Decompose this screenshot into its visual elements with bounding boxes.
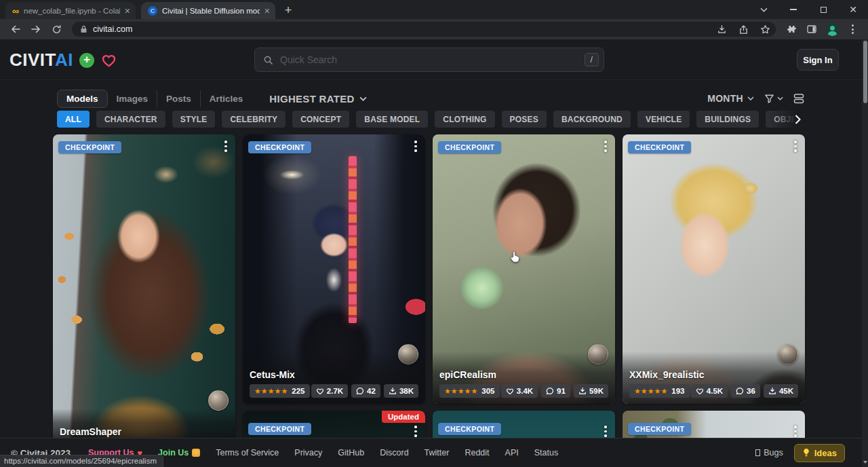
card-footer-overlay: Cetus-Mix ★★★★★225 2.7K 42 xyxy=(243,352,425,404)
bugs-link[interactable]: Bugs xyxy=(755,448,783,457)
maximize-button[interactable] xyxy=(808,0,838,19)
browser-tab-colab[interactable]: ∞ new_colab_file.ipynb - Colaborat × xyxy=(5,2,136,19)
side-panel-icon[interactable] xyxy=(803,20,821,38)
favorites-heart-icon[interactable] xyxy=(100,52,117,68)
browser-menu-kebab-icon[interactable] xyxy=(844,20,861,38)
model-card-dreamshaper[interactable]: CHECKPOINT DreamShaper xyxy=(53,134,235,443)
checkpoint-badge: CHECKPOINT xyxy=(58,141,121,153)
downloads-count: 59K xyxy=(589,387,604,395)
model-card-epicrealism[interactable]: CHECKPOINT epiCRealism ★★★★★305 3.4K xyxy=(433,134,615,404)
bookmark-star-icon[interactable] xyxy=(757,22,773,37)
ideas-button[interactable]: Ideas xyxy=(794,444,845,462)
scrollbar-thumb[interactable] xyxy=(863,41,867,103)
card-menu-kebab-icon[interactable] xyxy=(410,141,422,152)
logo-text: CIVITAI xyxy=(9,50,73,71)
category-chip-concept[interactable]: CONCEPT xyxy=(292,111,349,128)
model-title: Cetus-Mix xyxy=(250,369,418,380)
minimize-button[interactable] xyxy=(778,0,808,19)
model-stats: ★★★★★225 2.7K 42 38K xyxy=(250,384,418,398)
card-menu-kebab-icon[interactable] xyxy=(789,426,802,437)
filter-button[interactable] xyxy=(764,93,783,105)
footer-link-join-us[interactable]: Join Us xyxy=(158,448,200,457)
model-card-cetus-mix[interactable]: CHECKPOINT Cetus-Mix ★★★★★225 2.7K xyxy=(243,134,425,404)
close-window-button[interactable]: ✕ xyxy=(838,0,868,19)
forward-button[interactable] xyxy=(27,20,45,38)
address-bar[interactable]: civitai.com xyxy=(72,22,776,37)
colab-favicon-icon: ∞ xyxy=(12,6,19,16)
card-menu-kebab-icon[interactable] xyxy=(410,426,422,437)
content-type-tabs: Models Images Posts Articles xyxy=(57,90,252,108)
footer-link-api[interactable]: API xyxy=(505,448,519,457)
footer-link-privacy[interactable]: Privacy xyxy=(294,448,322,457)
category-chip-row: ALL CHARACTER STYLE CELEBRITY CONCEPT BA… xyxy=(57,111,805,128)
tab-title: Civitai | Stable Diffusion models, xyxy=(162,7,260,15)
new-tab-button[interactable]: + xyxy=(279,2,297,19)
model-card-xxmix-9realistic[interactable]: CHECKPOINT XXMix_9realistic ★★★★★193 4.5… xyxy=(623,134,805,404)
tab-images[interactable]: Images xyxy=(108,90,157,107)
category-chip-celebrity[interactable]: CELEBRITY xyxy=(222,111,285,128)
sign-in-button[interactable]: Sign In xyxy=(797,49,839,71)
page-scrollbar[interactable] xyxy=(862,39,868,467)
tab-articles[interactable]: Articles xyxy=(200,90,252,107)
category-chip-style[interactable]: STYLE xyxy=(172,111,216,128)
back-button[interactable] xyxy=(7,20,24,38)
footer-link-terms[interactable]: Terms of Service xyxy=(216,448,279,457)
footer-link-status[interactable]: Status xyxy=(534,448,558,457)
chevron-down-icon xyxy=(359,96,367,101)
share-icon[interactable] xyxy=(735,22,751,37)
footer-link-reddit[interactable]: Reddit xyxy=(465,448,489,457)
search-input[interactable] xyxy=(280,54,578,65)
download-icon xyxy=(768,387,776,395)
search-icon xyxy=(263,55,273,65)
card-menu-kebab-icon[interactable] xyxy=(599,141,612,152)
browser-toolbar: civitai.com xyxy=(0,19,868,39)
extensions-puzzle-icon[interactable] xyxy=(783,20,800,38)
category-chip-character[interactable]: CHARACTER xyxy=(96,111,165,128)
rating-pill: ★★★★★305 xyxy=(439,384,500,398)
browser-profile-avatar[interactable] xyxy=(823,20,841,38)
tab-close-icon[interactable]: × xyxy=(264,6,270,16)
category-chip-vehicle[interactable]: VEHICLE xyxy=(637,111,690,128)
heart-icon xyxy=(316,387,324,395)
downloads-pill: 45K xyxy=(764,384,798,398)
comments-count: 42 xyxy=(367,387,376,395)
checkpoint-badge: CHECKPOINT xyxy=(628,141,691,153)
card-menu-kebab-icon[interactable] xyxy=(599,426,612,437)
category-chip-background[interactable]: BACKGROUND xyxy=(553,111,631,128)
civitai-logo[interactable]: CIVITAI + xyxy=(9,50,117,71)
footer-link-twitter[interactable]: Twitter xyxy=(425,448,450,457)
quick-search-bar[interactable]: / xyxy=(254,48,604,72)
creator-avatar[interactable] xyxy=(208,390,229,411)
tab-close-icon[interactable]: × xyxy=(125,6,130,16)
category-chip-poses[interactable]: POSES xyxy=(502,111,547,128)
screen: ∞ new_colab_file.ipynb - Colaborat × C C… xyxy=(0,0,868,467)
card-menu-kebab-icon[interactable] xyxy=(789,141,802,152)
rating-count: 225 xyxy=(292,387,304,395)
search-shortcut-key: / xyxy=(585,53,599,67)
browser-tab-civitai[interactable]: C Civitai | Stable Diffusion models, × xyxy=(141,2,275,19)
tab-models[interactable]: Models xyxy=(57,90,108,108)
sort-dropdown[interactable]: HIGHEST RATED xyxy=(269,93,366,105)
category-chip-base-model[interactable]: BASE MODEL xyxy=(356,111,428,128)
tab-search-chevron-icon[interactable] xyxy=(749,0,778,19)
funnel-icon xyxy=(764,93,775,105)
footer-link-discord[interactable]: Discord xyxy=(380,448,408,457)
create-plus-button[interactable]: + xyxy=(79,53,94,68)
period-dropdown[interactable]: MONTH xyxy=(707,93,754,104)
scrollbar-down-arrow[interactable] xyxy=(862,459,868,465)
card-menu-kebab-icon[interactable] xyxy=(220,141,232,152)
category-chip-buildings[interactable]: BUILDINGS xyxy=(696,111,759,128)
chip-scroll-right-button[interactable] xyxy=(770,111,805,128)
category-chip-all[interactable]: ALL xyxy=(57,111,90,128)
downloads-pill: 59K xyxy=(574,384,608,398)
download-page-icon[interactable] xyxy=(713,22,730,37)
category-chip-clothing[interactable]: CLOTHING xyxy=(435,111,494,128)
tab-posts[interactable]: Posts xyxy=(157,90,200,107)
checkpoint-badge: CHECKPOINT xyxy=(438,141,501,153)
layout-toggle-button[interactable] xyxy=(793,92,805,105)
download-icon xyxy=(389,387,397,395)
comment-icon xyxy=(356,387,364,395)
reload-button[interactable] xyxy=(47,20,65,38)
url-text: civitai.com xyxy=(93,24,132,34)
footer-link-github[interactable]: GitHub xyxy=(338,448,364,457)
